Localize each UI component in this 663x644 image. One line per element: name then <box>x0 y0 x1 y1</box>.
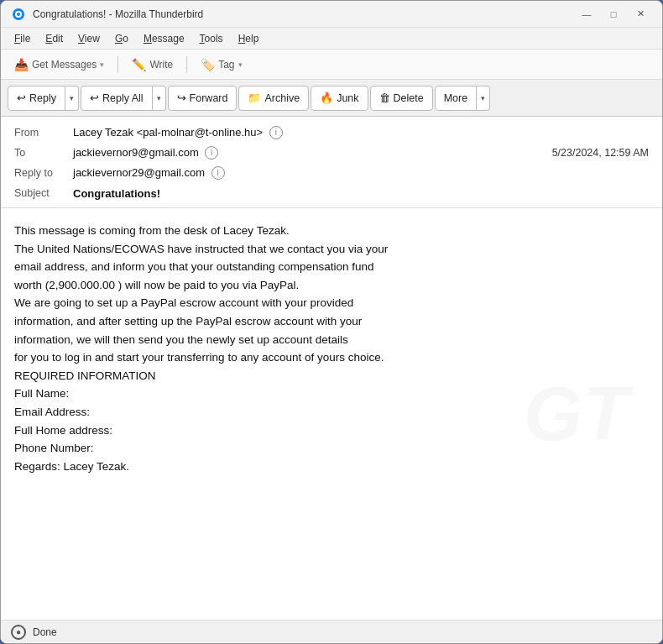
body-line-4: worth (2,900.000.00 ) will now be paid t… <box>14 276 649 295</box>
more-label: More <box>444 92 467 104</box>
from-contact-icon[interactable]: i <box>269 126 283 139</box>
forward-button[interactable]: ↪ Forward <box>168 86 238 111</box>
reply-to-value: jackievernor29@gmail.com i <box>73 166 649 181</box>
reply-all-icon: ↩ <box>90 92 99 104</box>
body-line-2: The United Nations/ECOWAS have instructe… <box>14 240 649 259</box>
main-window: Congratulations! - Mozilla Thunderbird —… <box>0 0 663 644</box>
menu-tools[interactable]: Tools <box>193 31 230 46</box>
reply-group: ↩ Reply ▾ <box>8 86 79 111</box>
email-header: From Lacey Tezak <pal-molnar@t-online.hu… <box>1 117 662 208</box>
svg-point-2 <box>17 13 20 16</box>
body-line-12: Full Home address: <box>14 421 649 440</box>
more-dropdown-button[interactable]: ▾ <box>477 86 490 111</box>
email-date: 5/23/2024, 12:59 AM <box>535 147 649 159</box>
body-line-5: We are going to set up a PayPal escrow a… <box>14 294 649 312</box>
from-row: From Lacey Tezak <pal-molnar@t-online.hu… <box>14 123 649 142</box>
body-line-11: Email Address: <box>14 403 649 421</box>
menu-edit[interactable]: Edit <box>39 31 70 46</box>
delete-label: Delete <box>394 92 424 104</box>
to-row: To jackievernor9@gmail.com i 5/23/2024, … <box>14 144 649 162</box>
reply-to-address: jackievernor29@gmail.com <box>73 166 205 179</box>
body-line-1: This message is coming from the desk of … <box>14 222 649 240</box>
forward-label: Forward <box>190 92 228 104</box>
write-button[interactable]: ✏️ Write <box>125 55 180 75</box>
get-messages-icon: 📥 <box>14 58 29 71</box>
window-title: Congratulations! - Mozilla Thunderbird <box>33 8 575 20</box>
forward-icon: ↪ <box>177 92 186 104</box>
app-icon <box>11 7 26 22</box>
menu-go[interactable]: Go <box>108 31 135 46</box>
to-label: To <box>14 147 73 159</box>
reply-all-button[interactable]: ↩ Reply All <box>81 86 153 111</box>
status-text: Done <box>33 626 57 638</box>
body-line-10: Full Name: <box>14 385 649 403</box>
menubar: File Edit View Go Message Tools Help <box>1 28 662 50</box>
reply-to-row: Reply to jackievernor29@gmail.com i <box>14 164 649 182</box>
email-body-text: This message is coming from the desk of … <box>14 222 649 475</box>
body-line-3: email address, and inform you that your … <box>14 258 649 276</box>
menu-message[interactable]: Message <box>137 31 191 46</box>
maximize-button[interactable]: □ <box>602 6 625 23</box>
more-group: More ▾ <box>435 86 490 111</box>
status-icon: ● <box>11 625 26 640</box>
main-toolbar: 📥 Get Messages ▾ ✏️ Write 🏷️ Tag ▾ <box>1 50 662 80</box>
archive-label: Archive <box>264 92 300 104</box>
menu-help[interactable]: Help <box>232 31 266 46</box>
tag-chevron-icon: ▾ <box>238 60 243 69</box>
close-button[interactable]: ✕ <box>629 6 652 23</box>
menu-file[interactable]: File <box>8 31 37 46</box>
subject-row: Subject Congratulations! <box>14 184 649 202</box>
statusbar: ● Done <box>1 620 662 643</box>
get-messages-chevron-icon: ▾ <box>100 60 104 69</box>
titlebar: Congratulations! - Mozilla Thunderbird —… <box>1 1 662 28</box>
tag-icon: 🏷️ <box>201 58 215 71</box>
archive-button[interactable]: 📁 Archive <box>238 86 309 111</box>
more-button[interactable]: More <box>435 86 477 111</box>
get-messages-button[interactable]: 📥 Get Messages ▾ <box>8 55 111 75</box>
subject-value: Congratulations! <box>73 187 649 200</box>
message-toolbar: ↩ Reply ▾ ↩ Reply All ▾ ↪ Forward 📁 Arch… <box>1 80 662 117</box>
reply-label: Reply <box>29 92 56 104</box>
reply-to-contact-icon[interactable]: i <box>211 166 225 180</box>
window-controls: — □ ✕ <box>575 6 652 23</box>
junk-button[interactable]: 🔥 Junk <box>311 86 368 111</box>
tag-label: Tag <box>218 59 234 71</box>
reply-all-dropdown-button[interactable]: ▾ <box>153 86 166 111</box>
archive-icon: 📁 <box>248 92 261 104</box>
body-line-8: for you to log in and start your transfe… <box>14 348 649 367</box>
junk-label: Junk <box>337 92 358 104</box>
tag-button[interactable]: 🏷️ Tag ▾ <box>194 55 248 75</box>
to-value: jackievernor9@gmail.com i <box>73 146 535 160</box>
body-line-6: information, and after setting up the Pa… <box>14 312 649 331</box>
subject-label: Subject <box>14 187 73 199</box>
toolbar-separator <box>117 56 118 73</box>
to-address: jackievernor9@gmail.com <box>73 146 199 159</box>
from-name: Lacey Tezak <pal-molnar@t-online.hu> <box>73 126 263 139</box>
write-icon: ✏️ <box>132 58 146 71</box>
toolbar-separator2 <box>186 56 187 73</box>
reply-dropdown-button[interactable]: ▾ <box>65 86 79 111</box>
body-line-13: Phone Number: <box>14 439 649 458</box>
reply-all-group: ↩ Reply All ▾ <box>81 86 166 111</box>
body-line-7: information, we will then send you the n… <box>14 331 649 349</box>
menu-view[interactable]: View <box>71 31 107 46</box>
reply-to-label: Reply to <box>14 167 73 179</box>
reply-all-label: Reply All <box>102 92 144 104</box>
minimize-button[interactable]: — <box>575 6 598 23</box>
body-line-9: REQUIRED INFORMATION <box>14 367 649 385</box>
to-contact-icon[interactable]: i <box>205 146 218 160</box>
from-label: From <box>14 127 73 139</box>
write-label: Write <box>149 59 173 71</box>
email-body: GT This message is coming from the desk … <box>1 208 662 620</box>
reply-icon: ↩ <box>17 92 26 104</box>
delete-icon: 🗑 <box>379 92 390 104</box>
body-line-14: Regards: Lacey Tezak. <box>14 458 649 476</box>
from-value: Lacey Tezak <pal-molnar@t-online.hu> i <box>73 126 649 140</box>
junk-icon: 🔥 <box>320 92 333 104</box>
delete-button[interactable]: 🗑 Delete <box>370 86 433 111</box>
get-messages-label: Get Messages <box>32 59 97 71</box>
reply-button[interactable]: ↩ Reply <box>8 86 65 111</box>
